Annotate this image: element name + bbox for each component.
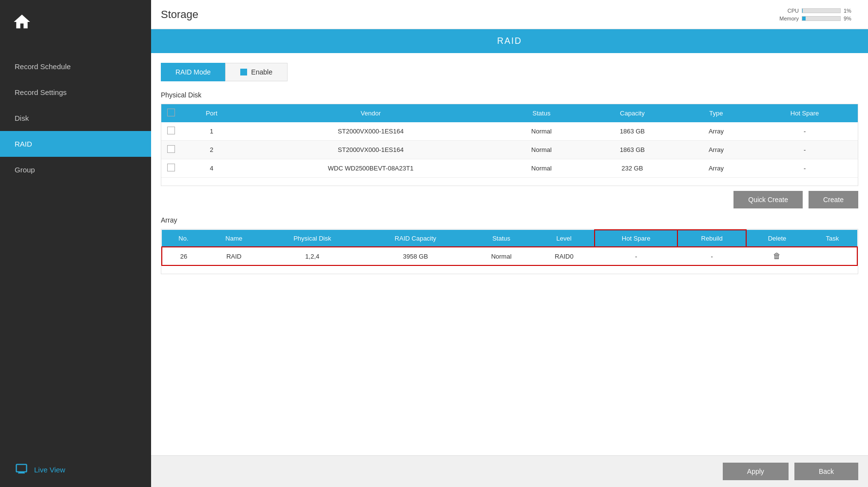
memory-bar	[802, 17, 806, 20]
mode-bar: RAID Mode Enable	[161, 63, 858, 81]
row-type: Array	[681, 159, 752, 178]
th-vendor: Vendor	[242, 104, 499, 122]
row-capacity: 232 GB	[584, 159, 681, 178]
th-delete: Delete	[746, 230, 808, 247]
array-level: RAID0	[534, 247, 595, 265]
th-name: Name	[205, 230, 263, 247]
table-row: 2 ST2000VX000-1ES164 Normal 1863 GB Arra…	[161, 141, 858, 159]
header-checkbox[interactable]	[167, 109, 175, 116]
row-status: Normal	[499, 159, 584, 178]
row-port: 2	[181, 141, 242, 159]
th-hot-spare: Hot Spare	[752, 104, 858, 122]
monitor-icon	[15, 462, 28, 477]
system-stats: CPU 1% Memory 9%	[772, 8, 858, 21]
row-capacity: 1863 GB	[584, 122, 681, 141]
array-delete[interactable]: 🗑	[746, 247, 808, 265]
array-no: 26	[162, 247, 205, 265]
sidebar-item-record-schedule[interactable]: Record Schedule	[0, 54, 151, 79]
physical-disk-section: Physical Disk Port Vendor Status Ca	[161, 91, 858, 186]
memory-label: Memory	[772, 16, 799, 21]
physical-disk-header-row: Port Vendor Status Capacity Type Hot Spa…	[161, 104, 858, 122]
th-type: Type	[681, 104, 752, 122]
table-row: 4 WDC WD2500BEVT-08A23T1 Normal 232 GB A…	[161, 159, 858, 178]
table-row: 26 RAID 1,2,4 3958 GB Normal RAID0 - - 🗑	[162, 247, 857, 265]
raid-mode-button[interactable]: RAID Mode	[161, 63, 225, 81]
apply-button[interactable]: Apply	[723, 463, 789, 480]
row-port: 4	[181, 159, 242, 178]
sidebar-item-record-settings[interactable]: Record Settings	[0, 79, 151, 105]
th-level: Level	[534, 230, 595, 247]
th-physical-disk: Physical Disk	[263, 230, 362, 247]
main-content: Storage CPU 1% Memory 9% RAID	[151, 0, 868, 487]
row-type: Array	[681, 141, 752, 159]
th-no: No.	[162, 230, 205, 247]
sidebar-item-group[interactable]: Group	[0, 157, 151, 183]
sidebar: Record Schedule Record Settings Disk RAI…	[0, 0, 151, 487]
array-rebuild: -	[677, 247, 746, 265]
create-button-row: Quick Create Create	[161, 191, 858, 208]
th-capacity: Capacity	[584, 104, 681, 122]
cpu-bar	[802, 9, 803, 13]
physical-disk-title: Physical Disk	[161, 91, 858, 99]
row-hot-spare: -	[752, 141, 858, 159]
th-task: Task	[808, 230, 857, 247]
cpu-bar-bg	[802, 8, 841, 13]
row-checkbox[interactable]	[167, 127, 175, 134]
back-button[interactable]: Back	[794, 463, 858, 480]
raid-body: RAID Mode Enable Physical Disk	[151, 53, 868, 455]
cpu-stat: CPU 1%	[772, 8, 858, 14]
physical-disk-tbody: 1 ST2000VX000-1ES164 Normal 1863 GB Arra…	[161, 122, 858, 178]
row-vendor: WDC WD2500BEVT-08A23T1	[242, 159, 499, 178]
enable-button[interactable]: Enable	[225, 63, 288, 81]
cpu-value: 1%	[844, 8, 858, 14]
physical-disk-table-wrap: Port Vendor Status Capacity Type Hot Spa…	[161, 104, 858, 186]
topbar: Storage CPU 1% Memory 9%	[151, 0, 868, 29]
row-vendor: ST2000VX000-1ES164	[242, 122, 499, 141]
sidebar-item-raid[interactable]: RAID	[0, 131, 151, 157]
th-rebuild: Rebuild	[677, 230, 746, 247]
row-port: 1	[181, 122, 242, 141]
array-table-wrap: No. Name Physical Disk RAID Capacity Sta…	[161, 229, 858, 274]
array-raid-capacity: 3958 GB	[362, 247, 469, 265]
row-capacity: 1863 GB	[584, 141, 681, 159]
row-hot-spare: -	[752, 159, 858, 178]
array-task	[808, 247, 857, 265]
live-view-button[interactable]: Live View	[0, 452, 151, 487]
th-raid-capacity: RAID Capacity	[362, 230, 469, 247]
sidebar-logo[interactable]	[0, 0, 151, 44]
row-checkbox-cell	[161, 122, 181, 141]
cpu-label: CPU	[772, 8, 799, 14]
bottom-bar: Apply Back	[151, 455, 868, 487]
array-status: Normal	[469, 247, 534, 265]
th-status: Status	[469, 230, 534, 247]
array-table: No. Name Physical Disk RAID Capacity Sta…	[161, 229, 858, 266]
raid-header: RAID	[151, 29, 868, 53]
sidebar-item-disk[interactable]: Disk	[0, 105, 151, 131]
memory-bar-bg	[802, 16, 841, 21]
live-view-label: Live View	[34, 466, 65, 474]
quick-create-button[interactable]: Quick Create	[733, 191, 803, 208]
create-button[interactable]: Create	[809, 191, 858, 208]
page-title: Storage	[161, 8, 198, 21]
row-status: Normal	[499, 141, 584, 159]
array-section: Array No. Name Physical Disk RAID Capaci…	[161, 216, 858, 274]
enable-square-icon	[240, 69, 247, 75]
memory-value: 9%	[844, 16, 858, 21]
physical-disk-table: Port Vendor Status Capacity Type Hot Spa…	[161, 104, 858, 178]
array-physical-disk: 1,2,4	[263, 247, 362, 265]
array-header-row: No. Name Physical Disk RAID Capacity Sta…	[162, 230, 857, 247]
th-hot-spare: Hot Spare	[595, 230, 677, 247]
row-checkbox-cell	[161, 141, 181, 159]
row-checkbox-cell	[161, 159, 181, 178]
row-checkbox[interactable]	[167, 145, 175, 153]
sidebar-nav: Record Schedule Record Settings Disk RAI…	[0, 54, 151, 452]
row-hot-spare: -	[752, 122, 858, 141]
th-port: Port	[181, 104, 242, 122]
th-status: Status	[499, 104, 584, 122]
row-checkbox[interactable]	[167, 164, 175, 171]
array-name: RAID	[205, 247, 263, 265]
home-icon[interactable]	[10, 10, 34, 34]
trash-icon[interactable]: 🗑	[773, 252, 781, 260]
content-area: RAID RAID Mode Enable Physical Disk	[151, 29, 868, 487]
array-tbody: 26 RAID 1,2,4 3958 GB Normal RAID0 - - 🗑	[162, 247, 857, 265]
